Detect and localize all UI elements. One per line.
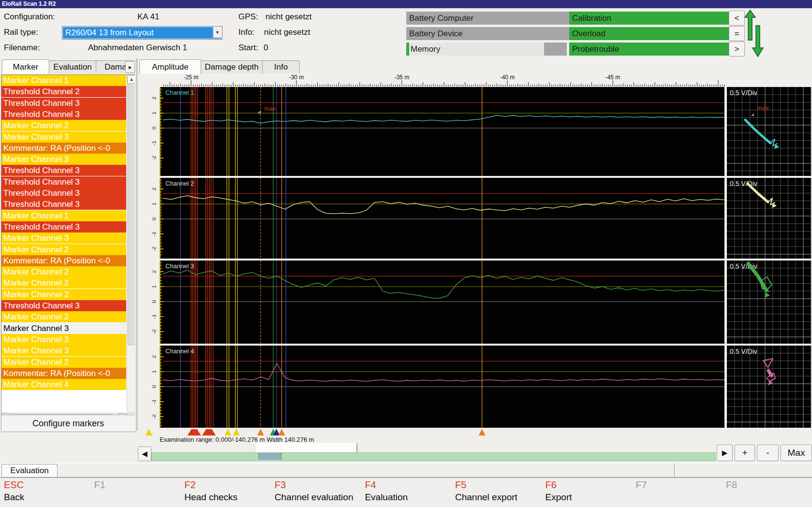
range-tooltip-box [256, 443, 357, 453]
zoom-max-button[interactable]: Max [781, 445, 812, 461]
amplitude-plot[interactable]: -2-1012Channel 1max-2-1012Channel 2-2-10… [152, 87, 725, 428]
header: Configuration: KA 41 Rail type: R260/04 … [0, 8, 812, 58]
function-key-esc[interactable]: ESCBack [0, 478, 91, 506]
marker-list-item[interactable]: Marker Channel 3 [1, 345, 126, 356]
position-marker-triangle[interactable] [188, 429, 201, 435]
marker-list-item[interactable]: Marker Channel 2 [1, 311, 126, 322]
gps-value: nicht gesetzt [266, 12, 311, 22]
position-marker-triangle[interactable] [146, 429, 152, 435]
function-key-f2[interactable]: F2Head checks [180, 478, 271, 506]
left-tab-bar: Marker Evaluation Dama ▶ [0, 58, 136, 74]
tab-evaluation-left[interactable]: Evaluation [41, 60, 104, 73]
channel-label: Channel 4 [165, 348, 194, 355]
tab-marker[interactable]: Marker [2, 59, 49, 74]
status-prev-button[interactable]: < [729, 11, 745, 26]
xy-max-label: max [757, 104, 769, 112]
marker-list-item[interactable]: Marker Channel 2 [1, 266, 126, 277]
marker-list-item[interactable]: Marker Channel 2 [1, 277, 126, 289]
position-marker-triangle[interactable] [479, 429, 486, 435]
overload-label: Overload [572, 29, 605, 39]
ruler-label: -45 m [605, 74, 620, 81]
zoom-out-button[interactable]: - [757, 445, 779, 461]
range-thumb[interactable] [259, 453, 281, 460]
range-track[interactable] [151, 452, 716, 461]
marker-list-item[interactable]: Threshold Channel 3 [1, 300, 126, 311]
marker-list-item[interactable]: Marker Channel 2 [1, 357, 126, 368]
marker-list-item[interactable]: Marker Channel 4 [1, 379, 126, 390]
function-key-f7: F7 [632, 478, 723, 506]
gps-label: GPS: [238, 12, 258, 22]
marker-list-item[interactable]: Threshold Channel 3 [1, 98, 126, 109]
marker-list-item[interactable]: Marker Channel 3 [1, 334, 126, 345]
range-scroll-left-button[interactable]: ◀ [138, 447, 151, 461]
marker-list-item[interactable]: Threshold Channel 3 [1, 109, 126, 120]
marker-list-item[interactable]: Threshold Channel 3 [1, 188, 126, 199]
position-marker-triangle[interactable] [233, 429, 240, 435]
status-equal-button[interactable]: = [729, 26, 745, 41]
marker-list-item[interactable]: Threshold Channel 3 [1, 221, 126, 232]
function-key-label: F2 [184, 479, 195, 491]
marker-list-item[interactable]: Marker Channel 1 [1, 75, 126, 86]
volts-per-div-label: 0.5 V/Div [730, 348, 757, 355]
marker-list-item[interactable]: Threshold Channel 3 [1, 165, 126, 176]
position-ruler: -25 m-30 m-35 m-40 m-45 m [152, 74, 725, 87]
function-key-label: F4 [365, 479, 376, 491]
marker-list-item[interactable]: Marker Channel 1 [1, 210, 126, 221]
function-key-f3[interactable]: F3Channel evaluation [271, 478, 362, 506]
position-marker-triangle[interactable] [202, 429, 216, 435]
battery-computer-label: Battery Computer [409, 14, 473, 23]
marker-list-item[interactable]: Marker Channel 2 [1, 120, 126, 131]
tab-amplitude[interactable]: Amplitude [139, 59, 201, 74]
function-key-f6[interactable]: F6Export [542, 478, 633, 506]
position-marker-triangle[interactable] [257, 429, 264, 435]
marker-list-item[interactable]: Marker Channel 3 [1, 131, 126, 143]
status-next-button[interactable]: > [729, 42, 745, 57]
marker-list-item[interactable]: Threshold Channel 3 [1, 199, 126, 210]
vscroll-thumb[interactable] [128, 83, 135, 345]
marker-list-item[interactable]: Threshold Channel 2 [1, 86, 126, 97]
tab-info[interactable]: Info [262, 60, 300, 73]
svg-text:2: 2 [152, 188, 157, 190]
function-key-label: F7 [635, 479, 647, 491]
rail-type-dropdown-button[interactable]: ▼ [213, 27, 221, 38]
marker-list-item-comment[interactable]: Kommentar: RA (Position <-0 [1, 368, 126, 379]
configure-markers-button[interactable]: Configure markers [1, 415, 135, 432]
marker-list-item[interactable]: Marker Channel 3 [1, 154, 126, 165]
battery-device-bar: Battery Device [406, 27, 570, 40]
function-key-f1: F1 [90, 478, 181, 506]
position-marker-triangle[interactable] [224, 429, 231, 435]
range-scroll-right-button[interactable]: ▶ [717, 445, 733, 461]
marker-triangle-strip[interactable] [135, 428, 726, 436]
tab-scroll-right-button[interactable]: ▶ [125, 61, 135, 73]
channel-label: Channel 1 [165, 89, 194, 96]
tab-evaluation-bottom[interactable]: Evaluation [1, 464, 58, 477]
rail-type-select[interactable]: R260/04 13 from Layout ▼ [62, 26, 222, 40]
marker-list-item[interactable]: Marker Channel 3 [1, 323, 126, 334]
bottom-right-strip [675, 463, 812, 478]
position-marker-triangle[interactable] [278, 429, 285, 435]
marker-list-vscrollbar[interactable]: ▲ [127, 75, 135, 412]
marker-list-item[interactable]: Threshold Channel 3 [1, 176, 126, 188]
function-key-label: ESC [4, 479, 24, 491]
marker-list-item[interactable]: Marker Channel 2 [1, 244, 126, 255]
tab-damage-depth[interactable]: Damage depth [192, 60, 271, 73]
main-tab-bar: Amplitude Damage depth Info [136, 58, 812, 74]
calibration-status: Calibration [569, 12, 730, 25]
function-key-f4[interactable]: F4Evaluation [361, 478, 452, 506]
greater-than-glyph: > [735, 44, 739, 54]
svg-text:1: 1 [152, 285, 157, 288]
direction-arrows[interactable] [745, 9, 764, 58]
zoom-in-button[interactable]: + [735, 445, 755, 461]
volts-per-div-label: 0.5 V/Div [730, 180, 757, 188]
ruler-label: -25 m [184, 74, 199, 81]
title-bar[interactable]: EloRail Scan 1.2 R2 [0, 0, 812, 8]
app-window: EloRail Scan 1.2 R2 Configuration: KA 41… [0, 0, 812, 507]
marker-list-item-comment[interactable]: Kommentar: RA (Position <-0 [1, 255, 126, 266]
function-key-f5[interactable]: F5Channel export [451, 478, 542, 506]
marker-list-item[interactable]: Marker Channel 3 [1, 232, 126, 244]
marker-list-item-comment[interactable]: Kommentar: RA (Position <-0 [1, 143, 126, 154]
svg-text:2: 2 [152, 355, 157, 358]
memory-label: Memory [411, 44, 440, 54]
svg-text:2: 2 [152, 270, 157, 273]
marker-list-item[interactable]: Marker Channel 2 [1, 289, 126, 300]
